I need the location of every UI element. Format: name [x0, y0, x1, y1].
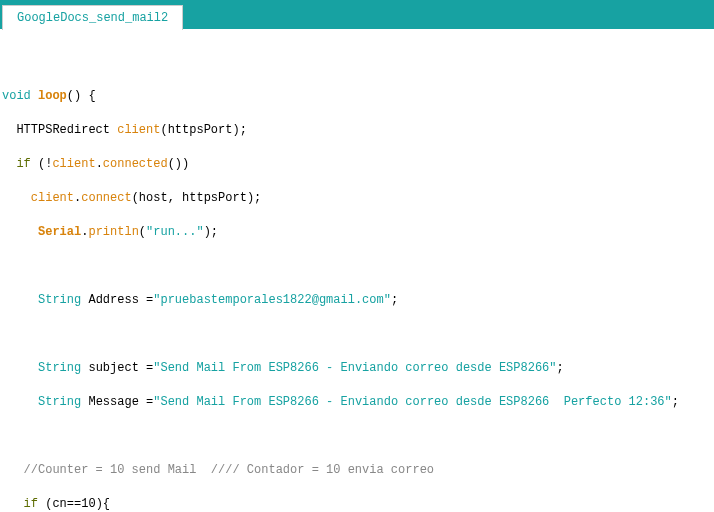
code-line	[2, 428, 712, 445]
code-line: //Counter = 10 send Mail //// Contador =…	[2, 462, 712, 479]
code-line: if (!client.connected())	[2, 156, 712, 173]
keyword-if: if	[24, 497, 38, 511]
method-println: println	[88, 225, 138, 239]
ident-serial: Serial	[38, 225, 81, 239]
keyword-loop: loop	[38, 89, 67, 103]
code-line: String subject ="Send Mail From ESP8266 …	[2, 360, 712, 377]
string-literal: "Send Mail From ESP8266 - Enviando corre…	[153, 395, 671, 409]
code-line: if (cn==10){	[2, 496, 712, 512]
keyword-if: if	[16, 157, 30, 171]
keyword-string: String	[38, 293, 81, 307]
string-literal: "Send Mail From ESP8266 - Enviando corre…	[153, 361, 556, 375]
ident-client: client	[117, 123, 160, 137]
code-line	[2, 326, 712, 343]
code-line: Serial.println("run...");	[2, 224, 712, 241]
code-line: String Address ="pruebastemporales1822@g…	[2, 292, 712, 309]
ident-client: client	[52, 157, 95, 171]
comment: //Counter = 10 send Mail //// Contador =…	[2, 463, 434, 477]
code-line: HTTPSRedirect client(httpsPort);	[2, 122, 712, 139]
ident-client: client	[31, 191, 74, 205]
code-line: client.connect(host, httpsPort);	[2, 190, 712, 207]
code-editor[interactable]: void loop() { HTTPSRedirect client(https…	[0, 29, 714, 512]
tab-bar: GoogleDocs_send_mail2	[0, 0, 714, 29]
tab-active[interactable]: GoogleDocs_send_mail2	[2, 5, 183, 30]
keyword-void: void	[2, 89, 31, 103]
code-line	[2, 258, 712, 275]
keyword-string: String	[38, 361, 81, 375]
code-line: String Message ="Send Mail From ESP8266 …	[2, 394, 712, 411]
string-literal: "run..."	[146, 225, 204, 239]
code-line	[2, 54, 712, 71]
keyword-string: String	[38, 395, 81, 409]
string-literal: "pruebastemporales1822@gmail.com"	[153, 293, 391, 307]
method-connected: connected	[103, 157, 168, 171]
method-connect: connect	[81, 191, 131, 205]
code-line: void loop() {	[2, 88, 712, 105]
